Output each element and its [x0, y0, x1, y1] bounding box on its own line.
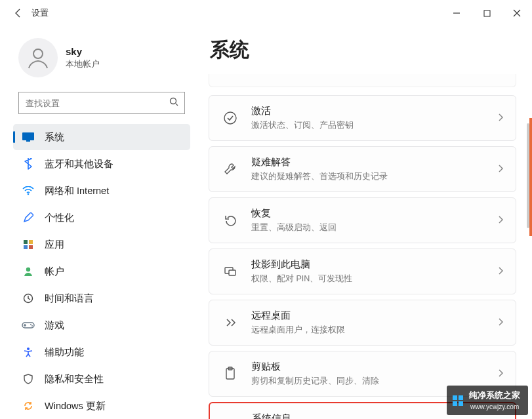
sidebar-item-label: Windows 更新: [45, 400, 106, 412]
maximize-button[interactable]: [472, 0, 502, 26]
card-subtitle: 重置、高级启动、返回: [251, 222, 497, 233]
clipboard-icon: [221, 365, 239, 383]
content: 系统 激活激活状态、订阅、产品密钥疑难解答建议的疑难解答、首选项和历史记录恢复重…: [197, 26, 532, 419]
card-title: 投影到此电脑: [251, 258, 497, 271]
card-title: 疑难解答: [251, 156, 497, 169]
sidebar-item-accessibility[interactable]: 辅助功能: [13, 339, 190, 365]
apps-icon: [21, 237, 35, 252]
card-subtitle: 激活状态、订阅、产品密钥: [251, 120, 497, 131]
svg-point-5: [28, 193, 30, 195]
sidebar-item-personalize[interactable]: 个性化: [13, 205, 190, 231]
card-recovery[interactable]: 恢复重置、高级启动、返回: [209, 197, 516, 243]
svg-rect-8: [24, 245, 28, 249]
personalize-icon: [21, 210, 35, 225]
card-subtitle: 远程桌面用户，连接权限: [251, 325, 497, 336]
svg-rect-9: [29, 245, 33, 249]
title-bar: 设置: [0, 0, 532, 26]
sidebar-item-label: 游戏: [45, 319, 64, 332]
user-subtitle: 本地帐户: [66, 58, 100, 70]
avatar: [18, 38, 58, 77]
sidebar-item-label: 网络和 Internet: [45, 185, 109, 197]
sidebar-item-gaming[interactable]: 游戏: [13, 312, 190, 338]
card-subtitle: 建议的疑难解答、首选项和历史记录: [251, 171, 497, 182]
watermark-url: www.ycwjzy.com: [470, 403, 519, 410]
svg-point-10: [26, 268, 30, 271]
search-icon: [169, 97, 178, 109]
card-subtitle: 权限、配对 PIN、可发现性: [251, 273, 497, 285]
close-button[interactable]: [502, 0, 532, 26]
accounts-icon: [21, 264, 35, 279]
chevron-right-icon: [497, 164, 504, 175]
sidebar-item-label: 个性化: [45, 212, 74, 224]
remote-icon: [221, 313, 239, 332]
svg-point-16: [224, 112, 236, 124]
watermark-logo-icon: [452, 395, 464, 407]
card-project[interactable]: 投影到此电脑权限、配对 PIN、可发现性: [209, 249, 516, 294]
user-block[interactable]: sky 本地帐户: [13, 26, 190, 84]
sidebar-item-label: 帐户: [45, 266, 64, 278]
sidebar-item-time[interactable]: 时间和语言: [13, 285, 190, 311]
svg-point-1: [33, 49, 43, 58]
back-button[interactable]: [5, 0, 31, 26]
chevron-right-icon: [497, 215, 504, 226]
sidebar-item-update[interactable]: Windows 更新: [13, 393, 190, 419]
svg-point-14: [31, 325, 33, 327]
user-icon: [25, 45, 51, 71]
sidebar-item-accounts[interactable]: 帐户: [13, 258, 190, 285]
minimize-icon: [453, 9, 460, 17]
partial-card: [209, 74, 516, 87]
svg-rect-7: [29, 240, 33, 244]
watermark: 纯净系统之家 www.ycwjzy.com: [447, 386, 528, 415]
privacy-icon: [21, 372, 35, 386]
sidebar-item-privacy[interactable]: 隐私和安全性: [13, 366, 190, 392]
nav-list: 系统蓝牙和其他设备网络和 Internet个性化应用帐户时间和语言游戏辅助功能隐…: [13, 123, 190, 419]
time-icon: [21, 291, 35, 306]
search-input[interactable]: [18, 92, 185, 114]
chevron-right-icon: [497, 317, 504, 329]
svg-rect-3: [22, 132, 34, 140]
gaming-icon: [21, 318, 35, 332]
card-title: 激活: [251, 105, 497, 117]
sidebar: sky 本地帐户 系统蓝牙和其他设备网络和 Internet个性化应用帐户时间和…: [0, 26, 197, 419]
svg-rect-4: [26, 140, 30, 142]
watermark-text: 纯净系统之家: [469, 390, 520, 400]
sidebar-item-label: 时间和语言: [45, 292, 94, 305]
card-title: 远程桌面: [251, 309, 497, 322]
svg-rect-0: [484, 10, 490, 16]
sidebar-item-label: 应用: [45, 239, 64, 251]
sidebar-item-apps[interactable]: 应用: [13, 231, 190, 258]
sidebar-item-label: 隐私和安全性: [45, 373, 104, 386]
cards-list: 激活激活状态、订阅、产品密钥疑难解答建议的疑难解答、首选项和历史记录恢复重置、高…: [209, 95, 516, 419]
user-name: sky: [66, 46, 100, 57]
sidebar-item-label: 辅助功能: [45, 346, 84, 359]
card-troubleshoot[interactable]: 疑难解答建议的疑难解答、首选项和历史记录: [209, 146, 516, 192]
troubleshoot-icon: [221, 160, 239, 178]
card-remote[interactable]: 远程桌面远程桌面用户，连接权限: [209, 300, 516, 346]
system-icon: [21, 130, 35, 144]
update-icon: [21, 399, 35, 413]
activation-icon: [221, 109, 239, 127]
arrow-left-icon: [13, 8, 24, 18]
main-layout: sky 本地帐户 系统蓝牙和其他设备网络和 Internet个性化应用帐户时间和…: [0, 26, 532, 419]
svg-rect-6: [24, 240, 28, 244]
search-wrap: [18, 92, 185, 114]
svg-rect-18: [229, 270, 235, 275]
window-title: 设置: [31, 7, 49, 19]
project-icon: [221, 262, 239, 281]
svg-point-13: [30, 324, 31, 325]
network-icon: [21, 184, 35, 198]
page-title: 系统: [210, 37, 516, 64]
sidebar-item-label: 蓝牙和其他设备: [45, 158, 113, 170]
recovery-icon: [221, 211, 239, 229]
window-controls: [441, 0, 532, 26]
accessibility-icon: [21, 345, 35, 359]
sidebar-item-bluetooth[interactable]: 蓝牙和其他设备: [13, 151, 190, 177]
sidebar-item-system[interactable]: 系统: [13, 124, 190, 150]
card-activation[interactable]: 激活激活状态、订阅、产品密钥: [209, 95, 516, 141]
close-icon: [513, 9, 521, 17]
sidebar-item-network[interactable]: 网络和 Internet: [13, 178, 190, 204]
minimize-button[interactable]: [441, 0, 472, 26]
sidebar-item-label: 系统: [45, 131, 64, 144]
maximize-icon: [483, 10, 491, 17]
chevron-right-icon: [497, 113, 504, 124]
